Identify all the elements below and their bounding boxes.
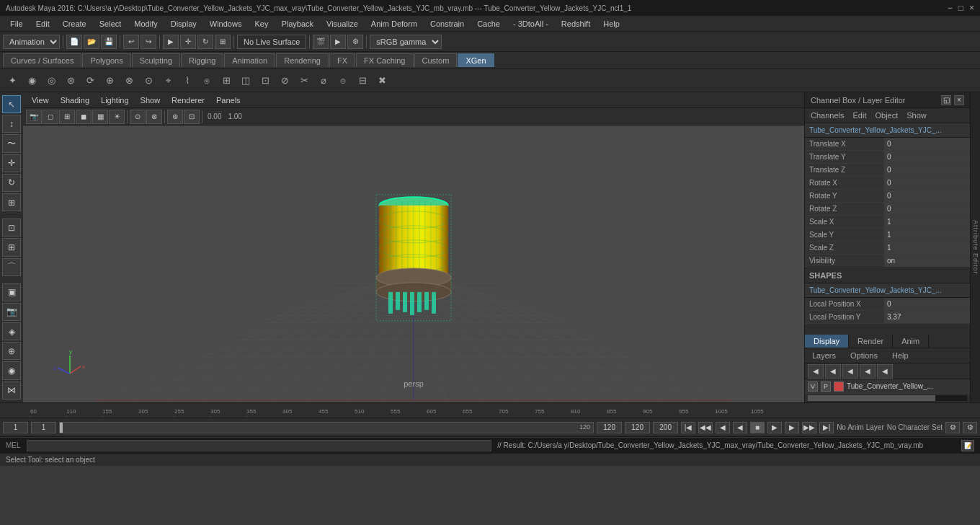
render-settings-button[interactable]: ⚙ <box>347 35 363 49</box>
menu-select[interactable]: Select <box>94 18 128 30</box>
layer-tab-options[interactable]: Options <box>845 350 883 361</box>
show-silhouette[interactable]: ◈ <box>2 322 21 340</box>
scrollbar-thumb[interactable] <box>808 395 935 401</box>
lasso-select-button[interactable]: 〜 <box>2 134 21 152</box>
anim-end-field[interactable] <box>625 422 650 433</box>
vp-menu-lighting[interactable]: Lighting <box>97 96 133 105</box>
menu-constrain[interactable]: Constrain <box>424 18 470 30</box>
command-input[interactable] <box>27 440 492 451</box>
char-set-options-button[interactable]: ⚙ <box>963 422 977 433</box>
dra-tab-anim[interactable]: Anim <box>893 335 929 348</box>
range-start-field[interactable] <box>31 422 56 433</box>
ipr-button[interactable]: ▶ <box>330 35 346 49</box>
prev-key-button[interactable]: ◀ <box>716 422 730 433</box>
vp-menu-show[interactable]: Show <box>136 96 165 105</box>
layer-playback-btn[interactable]: P <box>821 381 831 392</box>
select-tool-button[interactable]: ▶ <box>163 35 179 49</box>
minimize-button[interactable]: − <box>948 3 953 13</box>
xgen-tool12[interactable]: ⊞ <box>217 71 236 90</box>
next-key-button[interactable]: ▶ <box>785 422 799 433</box>
menu-edit[interactable]: Edit <box>30 18 55 30</box>
layer-prev-btn[interactable]: ◀ <box>808 364 824 379</box>
tab-animation[interactable]: Animation <box>224 53 275 67</box>
go-start-button[interactable]: |◀ <box>681 422 695 433</box>
move-tool-button[interactable]: ✛ <box>180 35 196 49</box>
paint-select-button[interactable]: ↕ <box>2 115 21 133</box>
xgen-tool4[interactable]: ⊛ <box>61 71 80 90</box>
scale-button[interactable]: ⊞ <box>2 193 21 211</box>
xgen-tool13[interactable]: ◫ <box>236 71 255 90</box>
menu-help[interactable]: Help <box>597 18 625 30</box>
menu-playback[interactable]: Playback <box>275 18 319 30</box>
script-editor-button[interactable]: 📝 <box>961 440 974 451</box>
vp-menu-view[interactable]: View <box>27 96 53 105</box>
anim-layer-options-button[interactable]: ⚙ <box>945 422 960 433</box>
stop-button[interactable]: ■ <box>750 422 765 433</box>
move-button[interactable]: ✛ <box>2 154 21 172</box>
camera-button[interactable]: 📷 <box>2 303 21 321</box>
layer-visibility-btn[interactable]: V <box>808 381 818 392</box>
cb-tab-channels[interactable]: Channels <box>808 110 847 121</box>
render-button[interactable]: 🎬 <box>313 35 329 49</box>
xgen-tool17[interactable]: ⌀ <box>314 71 333 90</box>
xgen-tool20[interactable]: ✖ <box>373 71 391 90</box>
xgen-tool15[interactable]: ⊘ <box>275 71 294 90</box>
channel-box-close[interactable]: × <box>954 95 964 105</box>
vp-menu-panels[interactable]: Panels <box>212 96 245 105</box>
rotate-tool-button[interactable]: ↻ <box>197 35 213 49</box>
xgen-tool18[interactable]: ⌾ <box>334 71 352 90</box>
playback-range-bar[interactable]: 120 <box>59 422 594 433</box>
render-region[interactable]: ▣ <box>2 283 21 301</box>
vp-lights[interactable]: ☀ <box>109 110 125 124</box>
cb-tab-edit[interactable]: Edit <box>850 110 869 121</box>
new-scene-button[interactable]: 📄 <box>66 35 82 49</box>
snap-to-grid[interactable]: ⊞ <box>2 238 21 256</box>
tab-sculpting[interactable]: Sculpting <box>132 53 180 67</box>
soft-select[interactable]: ◉ <box>2 361 21 379</box>
vp-menu-shading[interactable]: Shading <box>56 96 94 105</box>
open-scene-button[interactable]: 📂 <box>84 35 99 49</box>
redo-button[interactable]: ↪ <box>141 35 156 49</box>
tab-rigging[interactable]: Rigging <box>181 53 223 67</box>
dra-tab-display[interactable]: Display <box>805 335 849 348</box>
next-frame-button[interactable]: ▶▶ <box>802 422 816 433</box>
vp-menu-renderer[interactable]: Renderer <box>167 96 209 105</box>
xgen-tool9[interactable]: ⌖ <box>159 71 177 90</box>
layer-next-btn[interactable]: ◀ <box>825 364 841 379</box>
layer-remove-btn[interactable]: ◀ <box>860 364 876 379</box>
menu-modify[interactable]: Modify <box>128 18 163 30</box>
xgen-tool3[interactable]: ◎ <box>42 71 61 90</box>
vp-resolution[interactable]: ⊡ <box>184 110 200 124</box>
range-end-field[interactable] <box>597 422 622 433</box>
rotate-button[interactable]: ↻ <box>2 174 21 192</box>
menu-windows[interactable]: Windows <box>204 18 248 30</box>
xgen-tool16[interactable]: ✂ <box>295 71 313 90</box>
xgen-tool5[interactable]: ⟳ <box>81 71 99 90</box>
menu-anim-deform[interactable]: Anim Deform <box>365 18 423 30</box>
xgen-tool14[interactable]: ⊡ <box>256 71 275 90</box>
play-forward-button[interactable]: ▶ <box>767 422 782 433</box>
vp-solid[interactable]: ◼ <box>76 110 92 124</box>
close-button[interactable]: × <box>969 3 974 13</box>
maximize-button[interactable]: □ <box>958 3 963 13</box>
menu-key[interactable]: Key <box>249 18 274 30</box>
timeline-ruler[interactable]: 60 110 155 205 255 305 355 405 455 510 5… <box>0 402 980 418</box>
snap-to-curve[interactable]: ⌒ <box>2 258 21 276</box>
current-frame-field[interactable] <box>3 422 28 433</box>
layer-add-btn[interactable]: ◀ <box>842 364 858 379</box>
vp-isolate[interactable]: ⊙ <box>130 110 146 124</box>
play-back-button[interactable]: ◀ <box>733 422 747 433</box>
menu-display[interactable]: Display <box>165 18 202 30</box>
tab-polygons[interactable]: Polygons <box>82 53 130 67</box>
marquee-button[interactable]: ⊡ <box>2 219 21 237</box>
vp-aa[interactable]: ⊛ <box>167 110 183 124</box>
menu-3dto-all[interactable]: - 3DtoAll - <box>507 18 554 30</box>
layer-tab-help[interactable]: Help <box>886 350 914 361</box>
menu-file[interactable]: File <box>4 18 29 30</box>
select-mode-button[interactable]: ↖ <box>2 95 21 113</box>
go-end-button[interactable]: ▶| <box>819 422 834 433</box>
xgen-tool10[interactable]: ⌇ <box>178 71 197 90</box>
xgen-tool7[interactable]: ⊗ <box>120 71 138 90</box>
xgen-tool11[interactable]: ⍟ <box>197 71 216 90</box>
vp-wireframe[interactable]: ⊞ <box>59 110 75 124</box>
